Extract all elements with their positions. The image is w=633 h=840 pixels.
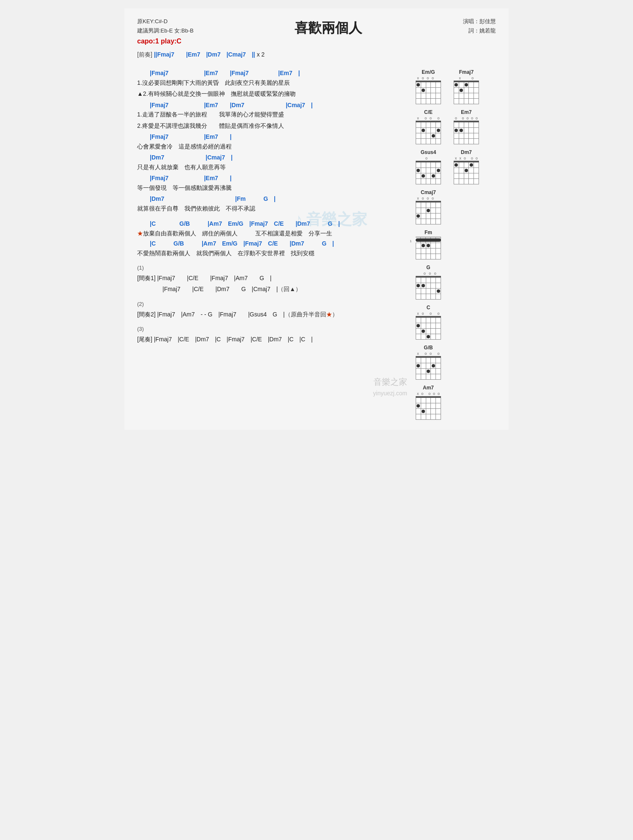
cd-dot [416, 254, 421, 259]
lyric-1-1: 1.沒必要回想剛剛下大雨的黃昏 此刻夜空只有美麗的星辰 [137, 78, 407, 87]
cd-dot [416, 203, 421, 208]
intro-bracket: [前奏] [137, 51, 154, 58]
chord-fmaj7-1-name: Fmaj7 [459, 69, 474, 75]
chord-gsus4-grid [416, 161, 441, 184]
cd-dot [459, 82, 464, 87]
section-2: |Fmaj7 |Em7 |Dm7 |Cmaj7 | 1.走過了甜酸各一半的旅程 … [137, 101, 407, 130]
cd-dot [436, 208, 441, 213]
chord-row-6: G ooo [411, 265, 445, 301]
cd-dot [431, 139, 436, 144]
cd-dot [421, 283, 426, 288]
chord-dm7: Dm7 xxooo [449, 149, 483, 184]
section-7: |C G/B |Am7 Em/G |Fmaj7 C/E |Dm7 G | ★放棄… [137, 220, 407, 258]
cd-dot [426, 139, 431, 144]
cd-dot [454, 139, 459, 144]
cd-dot [421, 323, 426, 328]
chord-line-5: |Fmaj7 |Em7 | [137, 174, 407, 183]
cd-dot [416, 133, 421, 138]
cd-dot [416, 128, 421, 133]
cd-dot [416, 139, 421, 144]
chord-c-grid [416, 316, 441, 340]
cd-dot [469, 82, 474, 87]
cd-dot [469, 122, 474, 127]
cd-dot [426, 208, 431, 213]
cd-dot [454, 82, 459, 87]
chord-gb-name: G/B [424, 345, 433, 351]
cd-dot [469, 93, 474, 98]
cd-dot [426, 254, 431, 259]
lyric-6-1: 就算很在乎自尊 我們依賴彼此 不得不承認 [137, 204, 407, 213]
cd-dot [421, 133, 426, 138]
chord-fmaj7-1-grid [454, 81, 479, 104]
cd-dot [431, 93, 436, 98]
cd-dot [436, 369, 441, 374]
header-right: 演唱：彭佳慧 詞：姚若龍 [463, 17, 496, 35]
cd-dot [421, 334, 426, 339]
cd-dot [426, 318, 431, 323]
cd-dot [436, 139, 441, 144]
cd-dot [459, 173, 464, 178]
cd-dot [431, 363, 436, 368]
cd-dot [436, 329, 441, 334]
cd-dot [474, 179, 479, 184]
header-left: 原KEY:C#-D 建議男調:Eb-E 女:Bb-B capo:1 play:C [137, 17, 194, 47]
chord-row-8: G/B xooo [411, 345, 445, 381]
cd-dot [421, 374, 426, 379]
cd-dot [426, 99, 431, 104]
cd-dot [416, 318, 421, 323]
section-6: |Dm7 |Fm G | 就算很在乎自尊 我們依賴彼此 不得不承認 [137, 195, 407, 213]
cd-dot [426, 323, 431, 328]
cd-dot [464, 173, 469, 178]
lyric-7-1: ★放棄自由喜歡兩個人 綁住的兩個人 互不相讓還是相愛 分享一生 [137, 229, 407, 238]
suggested-key: 建議男調:Eb-E 女:Bb-B [137, 26, 194, 35]
chord-cmaj7: Cmaj7 xooo [411, 189, 445, 224]
section-interlude1: [間奏1] |Fmaj7 |C/E |Fmaj7 |Am7 G | |Fmaj7… [137, 273, 407, 294]
chord-fmaj7-1: Fmaj7 xo [449, 69, 483, 104]
note-3: (3) [137, 326, 407, 332]
cd-dot [426, 168, 431, 173]
cd-dot [459, 128, 464, 133]
cd-dot [459, 162, 464, 167]
cd-dot [426, 128, 431, 133]
cd-dot [416, 248, 421, 254]
cd-dot [421, 318, 426, 323]
cd-dot [469, 99, 474, 104]
lyrics-area: |Fmaj7 |Em7 |Fmaj7 |Em7 | 1.沒必要回想剛剛下大雨的黃… [137, 65, 407, 421]
cd-dot [459, 168, 464, 173]
cd-dot [436, 278, 441, 283]
chord-diagrams-area: Em/G xooo [411, 65, 496, 421]
cd-dot [454, 173, 459, 178]
cd-dot [421, 93, 426, 98]
cd-dot [426, 278, 431, 283]
cd-dot [416, 363, 421, 368]
cd-dot [474, 128, 479, 133]
cd-dot [464, 82, 469, 87]
cd-dot [436, 403, 441, 408]
section-interlude1-label: (1) [137, 265, 407, 271]
cd-dot [421, 403, 426, 408]
cd-dot [469, 162, 474, 167]
chord-g-name: G [426, 265, 430, 270]
chord-fm: Fm 1 [411, 230, 445, 259]
chord-emg-grid [416, 81, 441, 104]
cd-dot [459, 133, 464, 138]
cd-dot [426, 374, 431, 379]
section-4: |Dm7 |Cmaj7 | 只是有人就放棄 也有人願意再等 [137, 154, 407, 172]
singer: 演唱：彭佳慧 [463, 17, 496, 26]
cd-dot [474, 122, 479, 127]
cd-dot [426, 88, 431, 93]
cd-dot [426, 369, 431, 374]
cd-dot [431, 358, 436, 363]
chord-em7-name: Em7 [461, 109, 471, 115]
cd-dot [464, 128, 469, 133]
cd-dot [436, 133, 441, 138]
cd-dot [421, 278, 426, 283]
cd-dot [431, 254, 436, 259]
chord-am7: Am7 xoooo [411, 385, 445, 420]
cd-dot [459, 179, 464, 184]
cd-dot [416, 213, 421, 219]
cd-dot [421, 139, 426, 144]
cd-dot [436, 254, 441, 259]
cd-dot [421, 162, 426, 167]
cd-dot [454, 93, 459, 98]
